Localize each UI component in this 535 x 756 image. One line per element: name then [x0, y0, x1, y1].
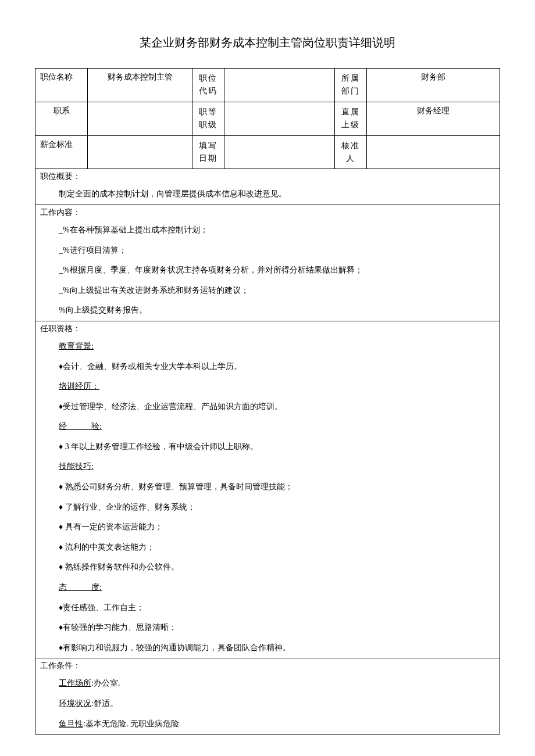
skill-label: 技能技巧: — [35, 457, 500, 477]
work-line-4: %向上级提交财务报告。 — [35, 300, 500, 321]
risk-line: 鱼旦性:基本无危险. 无职业病危险 — [35, 714, 500, 734]
approver-label: 核准人 — [335, 135, 367, 169]
skill-item-0: ♦ 熟悉公司财务分析、财务管理、预算管理，具备时间管理技能； — [35, 477, 500, 497]
attitude-item-2: ♦有影响力和说服力，较强的沟通协调能力，具备团队合作精神。 — [35, 638, 500, 658]
overview-label: 职位概要： — [35, 169, 500, 185]
supervisor-value: 财务经理 — [367, 102, 500, 135]
document-title: 某企业财务部财务成本控制主管岗位职责详细说明 — [35, 35, 500, 51]
edu-item-0: ♦会计、金融、财务或相关专业大学本科以上学历。 — [35, 357, 500, 377]
exp-label: 经 验: — [35, 417, 500, 437]
position-name-value: 财务成本控制主管 — [88, 69, 192, 102]
skill-item-2: ♦ 具有一定的资本运营能力； — [35, 517, 500, 538]
skill-item-3: ♦ 流利的中英文表达能力； — [35, 538, 500, 558]
grade-value — [224, 102, 335, 135]
job-description-table: 职位名称 财务成本控制主管 职位代码 所属部门 财务部 职系 职等职级 直属上级… — [35, 68, 500, 734]
fill-date-label: 填写日期 — [192, 135, 224, 169]
work-line-0: _%在各种预算基础上提出成本控制计划； — [35, 220, 500, 241]
skill-item-4: ♦ 熟练操作财务软件和办公软件。 — [35, 557, 500, 578]
training-label: 培训经历： — [35, 377, 500, 397]
header-row-2: 职系 职等职级 直属上级 财务经理 — [35, 102, 500, 135]
department-value: 财务部 — [367, 69, 500, 102]
salary-value — [88, 135, 192, 169]
grade-label: 职等职级 — [192, 102, 224, 135]
attitude-item-0: ♦责任感强、工作自主； — [35, 598, 500, 618]
work-line-1: _%进行项目清算； — [35, 241, 500, 261]
salary-label: 薪金标准 — [35, 135, 88, 169]
header-row-1: 职位名称 财务成本控制主管 职位代码 所属部门 财务部 — [35, 69, 500, 102]
position-code-label: 职位代码 — [192, 69, 224, 102]
edu-label: 教育背景: — [35, 336, 500, 357]
work-line-2: _%根据月度、季度、年度财务状况主持各项财务分析，并对所得分析结果做出解释； — [35, 260, 500, 281]
supervisor-label: 直属上级 — [335, 102, 367, 135]
attitude-label: 态 度: — [35, 578, 500, 598]
attitude-item-1: ♦有较强的学习能力、思路清晰； — [35, 618, 500, 638]
header-row-3: 薪金标准 填写日期 核准人 — [35, 135, 500, 169]
approver-value — [367, 135, 500, 169]
workplace-line: 工作场所:办公室. — [35, 673, 500, 694]
environment-line: 环境状况:舒适。 — [35, 694, 500, 714]
work-line-3: _%向上级提出有关改进财务系统和财务运转的建议； — [35, 281, 500, 301]
conditions-label: 工作条件： — [35, 658, 500, 674]
work-label: 工作内容： — [35, 205, 500, 220]
exp-item-0: ♦ 3 年以上财务管理工作经验，有中级会计师以上职称。 — [35, 437, 500, 457]
position-name-label: 职位名称 — [35, 69, 88, 102]
job-series-label: 职系 — [35, 102, 88, 135]
fill-date-value — [224, 135, 335, 169]
qualifications-label: 任职资格： — [35, 321, 500, 336]
overview-text: 制定全面的成本控制计划，向管理层提供成本信息和改进意见。 — [35, 184, 500, 205]
position-code-value — [224, 69, 335, 102]
department-label: 所属部门 — [335, 69, 367, 102]
training-item-0: ♦受过管理学、经济法、企业运营流程、产品知识方面的培训。 — [35, 397, 500, 417]
job-series-value — [88, 102, 192, 135]
skill-item-1: ♦ 了解行业、企业的运作、财务系统； — [35, 497, 500, 518]
